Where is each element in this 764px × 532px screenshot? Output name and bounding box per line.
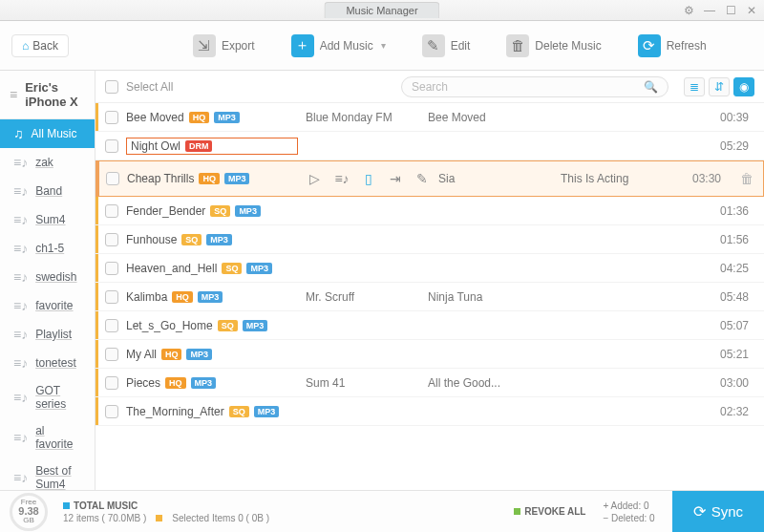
menu-icon: ≡ bbox=[10, 87, 17, 102]
format-badge: MP3 bbox=[191, 377, 217, 389]
titlebar: Music Manager ⚙ — ☐ ✕ bbox=[0, 0, 764, 21]
device-name: Eric's iPhone X bbox=[25, 80, 85, 109]
row-checkbox[interactable] bbox=[105, 405, 118, 418]
list-view-button[interactable]: ≣ bbox=[684, 77, 705, 96]
minimize-icon[interactable]: — bbox=[703, 4, 716, 17]
sidebar-item-ch1-5[interactable]: ≡♪ch1-5 bbox=[0, 234, 95, 263]
import-icon[interactable]: ⇥ bbox=[387, 170, 404, 187]
play-icon[interactable]: ▷ bbox=[307, 170, 324, 187]
sidebar-item-playlist[interactable]: ≡♪Playlist bbox=[0, 320, 95, 349]
dot-icon bbox=[63, 502, 70, 509]
row-checkbox[interactable] bbox=[105, 233, 118, 246]
edit-button[interactable]: ✎Edit bbox=[422, 34, 471, 57]
search-input[interactable]: Search 🔍 bbox=[401, 76, 668, 97]
export-button[interactable]: ⇲Export bbox=[193, 34, 255, 57]
sidebar-item-zak[interactable]: ≡♪zak bbox=[0, 148, 95, 177]
track-title: FunhouseSQMP3 bbox=[126, 233, 298, 246]
row-checkbox[interactable] bbox=[105, 290, 118, 304]
window-controls: ⚙ — ☐ ✕ bbox=[682, 4, 758, 17]
track-row[interactable]: Night OwlDRM05:29 bbox=[96, 132, 764, 160]
close-icon[interactable]: ✕ bbox=[745, 4, 758, 17]
delete-icon: 🗑 bbox=[506, 34, 529, 57]
sync-button[interactable]: ⟳ Sync bbox=[672, 491, 764, 533]
edit-row-icon[interactable]: ✎ bbox=[414, 170, 431, 187]
quality-badge: SQ bbox=[218, 320, 238, 331]
track-row[interactable]: Cheap ThrillsHQMP3▷≡♪▯⇥✎SiaThis Is Actin… bbox=[96, 160, 764, 197]
sidebar-item-all-music[interactable]: ♫All Music bbox=[0, 119, 95, 148]
sidebar-item-best-of-sum4[interactable]: ≡♪Best of Sum4 bbox=[0, 458, 95, 490]
playlist-icon: ≡♪ bbox=[13, 269, 28, 285]
delete-music-button[interactable]: 🗑Delete Music bbox=[506, 34, 601, 57]
track-row[interactable]: My AllHQMP305:21 bbox=[96, 340, 764, 369]
track-duration: 05:07 bbox=[720, 319, 754, 332]
sidebar-item-al-favorite[interactable]: ≡♪al favorite bbox=[0, 417, 95, 458]
row-actions: ▷≡♪▯⇥✎ bbox=[307, 170, 431, 187]
format-badge: MP3 bbox=[224, 173, 250, 184]
track-duration: 02:32 bbox=[720, 405, 754, 418]
window-title: Music Manager bbox=[324, 2, 439, 18]
export-icon: ⇲ bbox=[193, 34, 216, 57]
track-duration: 01:56 bbox=[720, 233, 754, 246]
phone-icon[interactable]: ▯ bbox=[360, 170, 377, 187]
format-badge: MP3 bbox=[254, 406, 280, 417]
sidebar-item-band[interactable]: ≡♪Band bbox=[0, 177, 95, 205]
track-row[interactable]: The_Morning_AfterSQMP302:32 bbox=[96, 397, 764, 426]
add-music-button[interactable]: ＋Add Music▾ bbox=[291, 34, 386, 57]
playlist-icon: ≡♪ bbox=[13, 155, 28, 170]
sort-button[interactable]: ⇵ bbox=[709, 77, 730, 96]
track-list: Bee MovedHQMP3Blue Monday FMBee Moved00:… bbox=[96, 103, 764, 490]
format-badge: MP3 bbox=[214, 112, 240, 123]
sidebar-item-label: All Music bbox=[32, 127, 77, 140]
sidebar-item-sum4[interactable]: ≡♪Sum4 bbox=[0, 205, 95, 234]
track-row[interactable]: PiecesHQMP3Sum 41All the Good...03:00 bbox=[96, 369, 764, 397]
row-checkbox[interactable] bbox=[105, 204, 118, 218]
track-row[interactable]: Let_s_Go_HomeSQMP305:07 bbox=[96, 311, 764, 340]
format-badge: MP3 bbox=[243, 320, 268, 331]
sidebar-item-tonetest[interactable]: ≡♪tonetest bbox=[0, 349, 95, 377]
quality-badge: HQ bbox=[199, 173, 220, 184]
sidebar-item-swedish[interactable]: ≡♪swedish bbox=[0, 263, 95, 291]
track-row[interactable]: Bee MovedHQMP3Blue Monday FMBee Moved00:… bbox=[96, 103, 764, 132]
gear-icon[interactable]: ⚙ bbox=[682, 4, 695, 17]
trash-icon[interactable]: 🗑 bbox=[740, 171, 753, 186]
playlist-icon: ≡♪ bbox=[13, 470, 28, 485]
maximize-icon[interactable]: ☐ bbox=[724, 4, 737, 17]
track-title: The_Morning_AfterSQMP3 bbox=[126, 405, 298, 418]
row-checkbox[interactable] bbox=[105, 348, 118, 361]
track-row[interactable]: FunhouseSQMP301:56 bbox=[96, 225, 764, 254]
back-button[interactable]: ⌂ Back bbox=[11, 34, 69, 57]
format-badge: MP3 bbox=[198, 291, 223, 303]
plus-icon: + bbox=[603, 500, 610, 511]
track-row[interactable]: KalimbaHQMP3Mr. ScruffNinja Tuna05:48 bbox=[96, 283, 764, 311]
quality-badge: SQ bbox=[229, 406, 249, 417]
sidebar-item-label: favorite bbox=[35, 299, 73, 312]
track-row[interactable]: Heaven_and_HellSQMP304:25 bbox=[96, 254, 764, 283]
format-badge: MP3 bbox=[235, 205, 261, 217]
sidebar: ≡ Eric's iPhone X ♫All Music≡♪zak≡♪Band≡… bbox=[0, 71, 96, 490]
row-checkbox[interactable] bbox=[105, 139, 118, 153]
row-checkbox[interactable] bbox=[105, 262, 118, 275]
refresh-button[interactable]: ⟳Refresh bbox=[638, 34, 707, 57]
refresh-icon: ⟳ bbox=[638, 34, 661, 57]
quality-badge: HQ bbox=[189, 112, 210, 123]
select-all-checkbox[interactable] bbox=[105, 80, 118, 94]
row-checkbox[interactable] bbox=[105, 376, 118, 390]
track-title: Let_s_Go_HomeSQMP3 bbox=[126, 319, 298, 332]
drm-badge: DRM bbox=[185, 140, 213, 152]
track-duration: 05:29 bbox=[720, 139, 754, 153]
playlist-icon: ≡♪ bbox=[13, 212, 28, 227]
sidebar-item-got-series[interactable]: ≡♪GOT series bbox=[0, 377, 95, 417]
row-checkbox[interactable] bbox=[105, 111, 118, 124]
row-checkbox[interactable] bbox=[105, 319, 118, 332]
device-header[interactable]: ≡ Eric's iPhone X bbox=[0, 71, 95, 119]
row-checkbox[interactable] bbox=[106, 172, 119, 185]
track-row[interactable]: Fender_BenderSQMP301:36 bbox=[96, 197, 764, 225]
queue-icon[interactable]: ≡♪ bbox=[333, 170, 350, 187]
format-badge: MP3 bbox=[206, 234, 232, 245]
track-artist: Blue Monday FM bbox=[306, 111, 420, 124]
sidebar-item-favorite[interactable]: ≡♪favorite bbox=[0, 291, 95, 320]
disc-view-button[interactable]: ◉ bbox=[733, 77, 754, 96]
format-badge: MP3 bbox=[186, 349, 212, 360]
search-placeholder: Search bbox=[412, 80, 448, 94]
playlist-icon: ≡♪ bbox=[13, 355, 28, 371]
